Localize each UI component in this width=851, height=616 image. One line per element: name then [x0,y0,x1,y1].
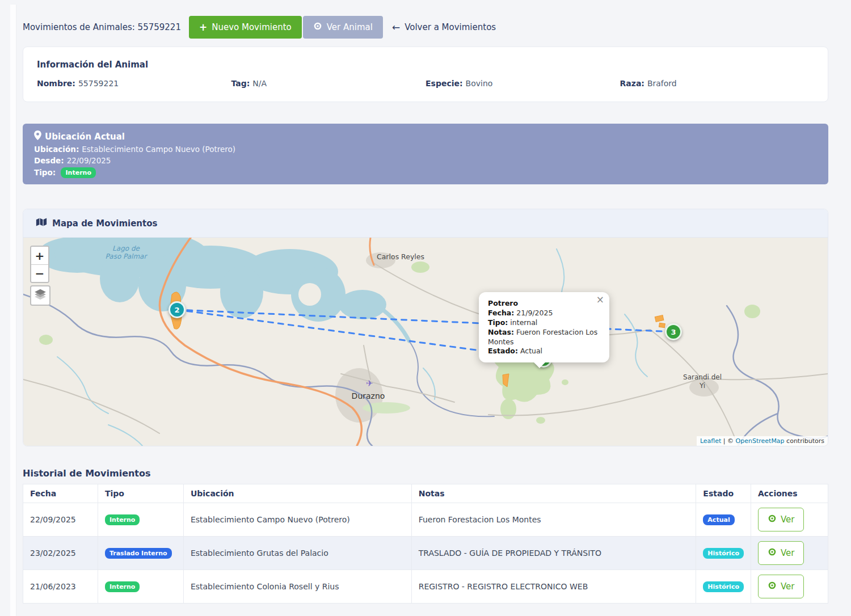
table-row: 22/09/2025 Interno Establecimiento Campo… [23,503,828,537]
popup-close-icon[interactable]: × [596,295,604,305]
map-pin-icon [34,130,41,142]
plus-icon: + [199,22,207,33]
osm-link[interactable]: OpenStreetMap [736,437,785,445]
eye-icon [768,581,777,592]
zoom-in-button[interactable]: + [31,247,48,264]
map-icon [36,217,47,229]
estado-badge: Histórico [703,581,744,592]
left-edge-panel [10,5,16,616]
layers-icon [33,288,47,303]
movements-table: Fecha Tipo Ubicación Notas Estado Accion… [23,484,828,604]
tipo-badge: Interno [105,581,140,592]
map-marker-2[interactable]: 2 [168,301,186,318]
movements-map-card: Mapa de Movimientos [23,209,828,446]
tipo-badge: Interno [105,514,140,525]
animal-info-title: Información del Animal [37,60,814,70]
col-header-acciones: Acciones [751,484,828,503]
map-title: Mapa de Movimientos [52,218,157,229]
eye-icon [768,547,777,559]
back-label: Volver a Movimientos [405,22,496,32]
animal-movements-page: Movimientos de Animales: 55759221 + Nuev… [0,0,851,616]
ver-button[interactable]: Ver [758,575,804,598]
type-badge: Interno [61,167,95,178]
tipo-badge: Traslado Interno [105,548,172,559]
field-nombre: Nombre:55759221 [37,79,231,88]
current-location-title: Ubicación Actual [45,132,125,142]
back-arrow-icon: ← [392,22,400,33]
field-tag: Tag:N/A [231,79,426,88]
page-title: Movimientos de Animales: 55759221 [23,22,181,32]
col-header-estado: Estado [696,484,751,503]
estado-badge: Actual [703,514,734,525]
current-location-card: Ubicación Actual Ubicación:Establecimien… [23,124,828,184]
eye-icon [313,22,322,33]
zoom-out-button[interactable]: − [31,264,48,282]
layers-control[interactable] [30,285,50,306]
location-line: Ubicación:Establecimiento Campo Nuevo (P… [34,145,817,154]
new-movement-button[interactable]: + Nuevo Movimiento [189,16,302,39]
map-attribution: Leaflet | © OpenStreetMap contributors [697,436,828,446]
type-line: Tipo: Interno [34,167,817,178]
marker-popup: × Potrero Fecha:21/9/2025 Tipo:internal … [479,292,609,362]
leaflet-map[interactable]: Lago de Paso Palmar Carlos Reyles Durazn… [23,238,828,446]
eye-icon [768,514,777,525]
table-row: 21/06/2023 Interno Establecimiento Colon… [23,570,828,604]
col-header-fecha: Fecha [23,484,98,503]
field-raza: Raza:Braford [620,79,815,88]
leaflet-link[interactable]: Leaflet [700,437,721,445]
map-tiles [23,238,828,446]
history-title: Historial de Movimientos [23,468,828,479]
col-header-ubicacion: Ubicación [183,484,411,503]
col-header-notas: Notas [411,484,696,503]
ver-button[interactable]: Ver [758,541,804,565]
since-line: Desde:22/09/2025 [34,156,817,165]
table-row: 23/02/2025 Traslado Interno Establecimie… [23,537,828,570]
zoom-control: + − [30,246,49,283]
animal-info-card: Información del Animal Nombre:55759221 T… [23,47,828,102]
back-to-movements-link[interactable]: ← Volver a Movimientos [392,22,496,33]
map-marker-3[interactable]: 3 [665,323,682,340]
ver-button[interactable]: Ver [758,508,804,531]
view-animal-label: Ver Animal [327,22,373,32]
col-header-tipo: Tipo [98,484,183,503]
popup-title: Potrero [488,299,600,309]
estado-badge: Histórico [703,548,744,559]
field-especie: Especie:Bovino [426,79,620,88]
airport-icon: ✈ [366,378,373,389]
page-header: Movimientos de Animales: 55759221 + Nuev… [23,16,828,39]
view-animal-button[interactable]: Ver Animal [303,16,383,39]
new-movement-label: Nuevo Movimiento [212,22,292,32]
